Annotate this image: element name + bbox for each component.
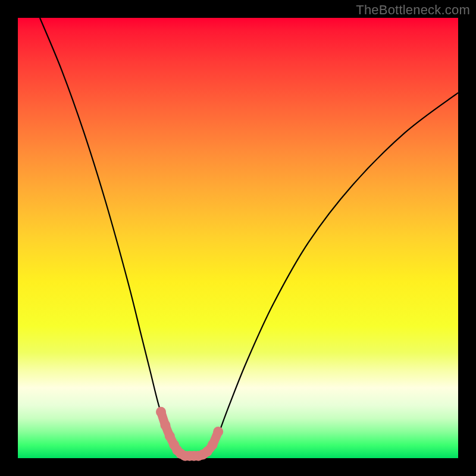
chart-frame: TheBottleneck.com bbox=[0, 0, 476, 476]
chart-svg bbox=[18, 18, 458, 458]
bottleneck-curve bbox=[40, 18, 458, 459]
watermark-text: TheBottleneck.com bbox=[356, 2, 470, 18]
highlight-dot bbox=[165, 431, 175, 441]
highlight-dot bbox=[213, 427, 223, 437]
highlight-dot bbox=[156, 407, 166, 417]
highlight-dot bbox=[160, 420, 170, 430]
highlight-dot bbox=[208, 440, 218, 450]
